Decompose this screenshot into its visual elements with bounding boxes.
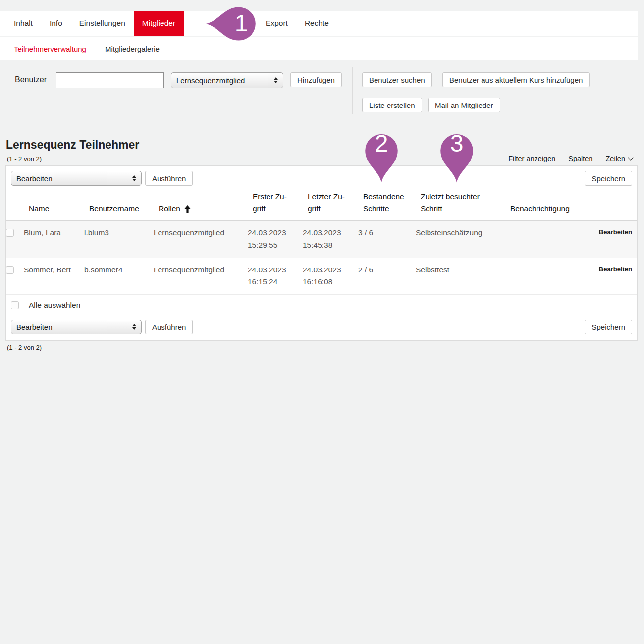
bulk-action-select-top[interactable]: Bearbeiten [11, 171, 142, 186]
role-select-value: Lernsequenzmitglied [176, 76, 245, 85]
header-username[interactable]: Benutzername [89, 203, 159, 215]
header-name[interactable]: Name [29, 203, 89, 215]
select-arrows-icon [132, 175, 136, 181]
cell-username: l.blum3 [84, 227, 154, 239]
annotation-pin-1-icon [199, 4, 264, 44]
mail-members-button[interactable]: Mail an Mitglieder [428, 98, 500, 112]
row-edit-link[interactable]: Bearbeiten [599, 227, 637, 236]
members-table: Bearbeiten Ausführen Speichern Name Benu… [5, 165, 638, 341]
benutzer-input[interactable] [56, 72, 164, 88]
cell-passed-steps: 2 / 6 [358, 264, 416, 276]
tab-rechte[interactable]: Rechte [296, 11, 337, 36]
table-header-row: Name Benutzername Rollen Erster Zu- grif… [6, 191, 637, 221]
filter-link[interactable]: Filter anzeigen [508, 155, 555, 162]
subtab-mitgliedergalerie[interactable]: Mitgliedergalerie [105, 45, 160, 53]
bulk-toolbar-bottom: Bearbeiten Ausführen Speichern [11, 320, 632, 334]
sort-ascending-icon [184, 205, 191, 213]
tab-info[interactable]: Info [41, 11, 71, 36]
select-all-label: Alle auswählen [29, 301, 80, 310]
add-button[interactable]: Hinzufügen [290, 72, 342, 87]
cell-passed-steps: 3 / 6 [358, 227, 416, 239]
cell-role: Lernsequenzmitglied [154, 227, 248, 239]
tab-inhalt[interactable]: Inhalt [5, 11, 41, 36]
bulk-action-value-bottom: Bearbeiten [16, 323, 53, 331]
cell-first-access: 24.03.2023 16:15:24 [248, 264, 303, 289]
cell-username: b.sommer4 [84, 264, 154, 276]
table-options: Filter anzeigen Spalten Zeilen [508, 155, 633, 162]
annotation-pin-3-icon [437, 125, 476, 191]
result-count-top: (1 - 2 von 2) [7, 155, 42, 162]
header-first-access[interactable]: Erster Zu- griff [253, 191, 308, 215]
select-arrows-icon [274, 77, 278, 83]
tab-mitglieder[interactable]: Mitglieder [134, 11, 184, 36]
sub-tab-bar: Teilnehmerverwaltung Mitgliedergalerie [0, 37, 638, 60]
bulk-action-select-bottom[interactable]: Bearbeiten [11, 320, 142, 334]
cell-last-access: 24.03.2023 16:16:08 [303, 264, 358, 289]
row-checkbox[interactable] [6, 266, 14, 274]
rows-link[interactable]: Zeilen [606, 155, 633, 162]
benutzer-label: Benutzer [15, 75, 47, 84]
row-checkbox[interactable] [6, 229, 14, 237]
select-arrows-icon [132, 324, 136, 330]
table-row: Blum, Lara l.blum3 Lernsequenzmitglied 2… [6, 221, 637, 258]
subtab-teilnehmerverwaltung[interactable]: Teilnehmerverwaltung [14, 45, 86, 53]
rows-link-label: Zeilen [606, 155, 626, 162]
chevron-down-icon [628, 155, 633, 160]
page-title: Lernsequenz Teilnehmer [6, 138, 139, 152]
save-button-top[interactable]: Speichern [585, 171, 632, 186]
select-all-row: Alle auswählen [6, 295, 637, 316]
role-select[interactable]: Lernsequenzmitglied [171, 72, 283, 88]
header-roles-label: Rollen [159, 203, 180, 215]
row-edit-link[interactable]: Bearbeiten [599, 264, 637, 273]
cell-first-access: 24.03.2023 15:29:55 [248, 227, 303, 252]
cell-role: Lernsequenzmitglied [154, 264, 248, 276]
table-row: Sommer, Bert b.sommer4 Lernsequenzmitgli… [6, 258, 637, 295]
execute-button-bottom[interactable]: Ausführen [145, 320, 193, 334]
select-all-checkbox[interactable] [11, 301, 19, 309]
bulk-toolbar-top: Bearbeiten Ausführen Speichern [11, 171, 632, 186]
tab-einstellungen[interactable]: Einstellungen [71, 11, 134, 36]
cell-last-visited-step: Selbsttest [416, 264, 505, 276]
form-divider [352, 67, 353, 114]
execute-button-top[interactable]: Ausführen [145, 171, 193, 186]
header-roles[interactable]: Rollen [159, 203, 253, 215]
cell-name: Blum, Lara [24, 227, 84, 239]
save-button-bottom[interactable]: Speichern [585, 320, 632, 334]
header-last-access[interactable]: Letzter Zu- griff [308, 191, 363, 215]
annotation-pin-2-icon [362, 125, 401, 191]
header-notification[interactable]: Benachrichtigung [510, 203, 592, 215]
bulk-action-value-top: Bearbeiten [16, 174, 53, 183]
search-users-button[interactable]: Benutzer suchen [362, 72, 432, 87]
add-from-course-button[interactable]: Benutzer aus aktuellem Kurs hinzufügen [442, 72, 590, 87]
main-tab-bar: Inhalt Info Einstellungen Mitglieder Exp… [0, 11, 638, 36]
create-list-button[interactable]: Liste erstellen [362, 98, 422, 112]
header-passed-steps[interactable]: Bestandene Schritte [363, 191, 421, 215]
result-count-bottom: (1 - 2 von 2) [7, 344, 42, 351]
cell-last-visited-step: Selbsteinschätzung [416, 227, 505, 239]
columns-link[interactable]: Spalten [568, 155, 592, 162]
cell-last-access: 24.03.2023 15:45:38 [303, 227, 358, 252]
header-last-visited-step[interactable]: Zuletzt besuchter Schritt [421, 191, 510, 215]
cell-name: Sommer, Bert [24, 264, 84, 276]
